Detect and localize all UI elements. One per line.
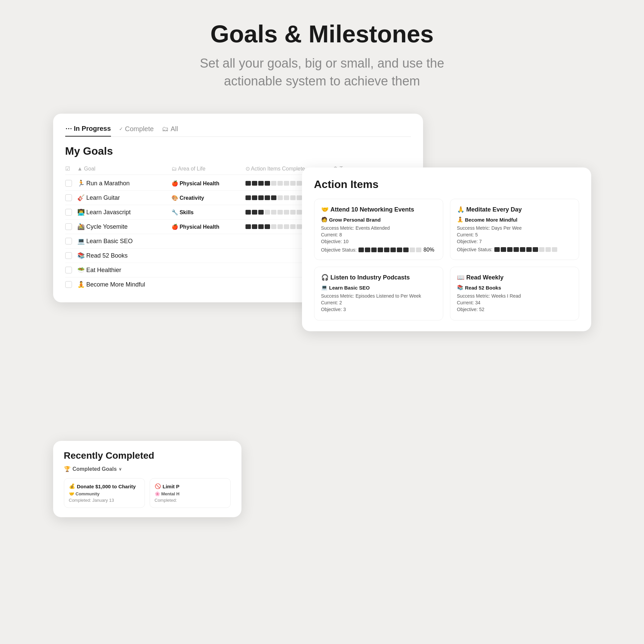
action-item-objective: Objective: 52: [457, 307, 572, 312]
action-item: 📖 Read Weekly 📚 Read 52 Books Success Me…: [450, 267, 579, 320]
action-item-goal: 💻 Learn Basic SEO: [321, 285, 436, 291]
action-progress-bar: [358, 248, 421, 252]
row-checkbox[interactable]: [65, 223, 72, 230]
action-items-grid: 🤝 Attend 10 Networking Events 🧑 Grow Per…: [314, 199, 579, 320]
action-item: 🎧 Listen to Industry Podcasts 💻 Learn Ba…: [314, 267, 443, 320]
action-label: Read Weekly: [466, 274, 504, 281]
area-tag: 🔧 Skills: [172, 209, 245, 216]
area-emoji: 🤝: [69, 491, 74, 496]
area-name: Community: [76, 491, 100, 496]
completed-item-title: 🚫 Limit P: [155, 483, 226, 489]
page-title: Goals & Milestones: [210, 20, 433, 48]
action-item: 🤝 Attend 10 Networking Events 🧑 Grow Per…: [314, 199, 443, 260]
action-label: Listen to Industry Podcasts: [331, 274, 410, 281]
tab-dots-icon: ⋯: [65, 124, 72, 132]
completed-item-name: Limit P: [163, 484, 180, 489]
col-goal: ▲ Goal: [77, 165, 172, 172]
action-progress-label: Objective Status:: [457, 247, 493, 252]
action-item-current: Current: 5: [457, 232, 572, 237]
completed-item: 🚫 Limit P 🌸 Mental H Completed:: [150, 478, 231, 508]
tabs-row: ⋯ In Progress ✓ Complete 🗂 All: [65, 124, 411, 137]
row-checkbox[interactable]: [65, 209, 72, 216]
tab-in-progress[interactable]: ⋯ In Progress: [65, 124, 111, 137]
page-subtitle: Set all your goals, big or small, and us…: [171, 54, 473, 90]
goal-emoji: 💻: [321, 285, 328, 291]
action-item-metric: Success Metric: Weeks I Read: [457, 293, 572, 299]
action-label: Meditate Every Day: [466, 206, 522, 213]
completed-subtitle: 🏆 Completed Goals ∨: [64, 466, 231, 472]
action-item-metric: Success Metric: Episodes Listened to Per…: [321, 293, 436, 299]
area-emoji: 🌸: [155, 491, 160, 496]
tab-complete[interactable]: ✓ Complete: [119, 124, 154, 137]
tab-all[interactable]: 🗂 All: [162, 124, 178, 137]
action-progress-row: Objective Status:: [457, 247, 572, 252]
action-item-title: 🙏 Meditate Every Day: [457, 206, 572, 213]
action-items-title: Action Items: [314, 178, 579, 191]
action-item-title: 🎧 Listen to Industry Podcasts: [321, 274, 436, 281]
tab-all-label: All: [171, 125, 178, 133]
tab-check-icon: ✓: [119, 126, 123, 131]
goal-emoji: 🧑: [321, 217, 328, 223]
tab-in-progress-label: In Progress: [74, 125, 111, 132]
goal-emoji: 📚: [457, 285, 463, 291]
completed-item-area: 🤝 Community: [69, 491, 140, 496]
action-emoji: 📖: [457, 274, 464, 281]
action-emoji: 🤝: [321, 206, 329, 213]
completed-item-date: Completed:: [155, 498, 226, 503]
action-progress-row: Objective Status: 80%: [321, 247, 436, 253]
action-item-title: 📖 Read Weekly: [457, 274, 572, 281]
action-progress-label: Objective Status:: [321, 247, 357, 253]
chevron-down-icon[interactable]: ∨: [119, 467, 122, 471]
action-item-goal: 📚 Read 52 Books: [457, 285, 572, 291]
action-item-metric: Success Metric: Days Per Wee: [457, 225, 572, 231]
completed-item: 💰 Donate $1,000 to Charity 🤝 Community C…: [64, 478, 145, 508]
row-checkbox[interactable]: [65, 180, 72, 187]
goal-label: Read 52 Books: [465, 285, 501, 291]
row-checkbox[interactable]: [65, 238, 72, 244]
goal-name: 🧘 Become More Mindful: [77, 281, 172, 288]
goal-label: Become More Mindful: [465, 217, 518, 223]
completed-emoji: 🚫: [155, 483, 161, 489]
completed-item-title: 💰 Donate $1,000 to Charity: [69, 483, 140, 489]
action-item-objective: Objective: 10: [321, 239, 436, 244]
recently-completed-card: Recently Completed 🏆 Completed Goals ∨ 💰…: [53, 441, 241, 517]
goal-name: 🏃 Run a Marathon: [77, 180, 172, 187]
action-item: 🙏 Meditate Every Day 🧘 Become More Mindf…: [450, 199, 579, 260]
action-item-goal: 🧑 Grow Personal Brand: [321, 217, 436, 223]
progress-bar: [245, 224, 308, 229]
goal-label: Learn Basic SEO: [329, 285, 370, 291]
action-label: Attend 10 Networking Events: [331, 206, 414, 213]
progress-bar: [245, 210, 308, 215]
goal-name: 💻 Learn Basic SEO: [77, 237, 172, 245]
recently-completed-title: Recently Completed: [64, 450, 231, 461]
row-checkbox[interactable]: [65, 194, 72, 201]
tab-complete-label: Complete: [125, 125, 154, 133]
action-item-objective: Objective: 3: [321, 307, 436, 312]
col-checkbox: ☑: [65, 165, 77, 172]
completed-emoji: 💰: [69, 483, 75, 489]
action-items-card: Action Items 🤝 Attend 10 Networking Even…: [302, 167, 591, 331]
goal-label: Grow Personal Brand: [329, 217, 381, 223]
completed-item-date: Completed: January 13: [69, 498, 140, 503]
goal-emoji: 🧘: [457, 217, 463, 223]
completed-grid: 💰 Donate $1,000 to Charity 🤝 Community C…: [64, 478, 231, 508]
row-checkbox[interactable]: [65, 267, 72, 273]
col-area: 🗂 Area of Life: [172, 165, 245, 172]
area-name: Mental H: [161, 491, 180, 496]
area-tag: 🍎 Physical Health: [172, 180, 245, 187]
goal-name: 👨‍💻 Learn Javascript: [77, 209, 172, 216]
completed-item-area: 🌸 Mental H: [155, 491, 226, 496]
action-item-metric: Success Metric: Events Attended: [321, 225, 436, 231]
action-item-goal: 🧘 Become More Mindful: [457, 217, 572, 223]
action-item-current: Current: 8: [321, 232, 436, 237]
action-progress-bar: [494, 247, 557, 252]
action-item-objective: Objective: 7: [457, 239, 572, 244]
goal-name: 🚵 Cycle Yosemite: [77, 223, 172, 230]
cards-container: ⋯ In Progress ✓ Complete 🗂 All My Goals …: [53, 114, 591, 517]
row-checkbox[interactable]: [65, 281, 72, 288]
row-checkbox[interactable]: [65, 252, 72, 259]
completed-item-name: Donate $1,000 to Charity: [77, 484, 136, 489]
goal-name: 📚 Read 52 Books: [77, 252, 172, 259]
action-emoji: 🙏: [457, 206, 464, 213]
completed-subtitle-label: Completed Goals: [73, 466, 117, 472]
